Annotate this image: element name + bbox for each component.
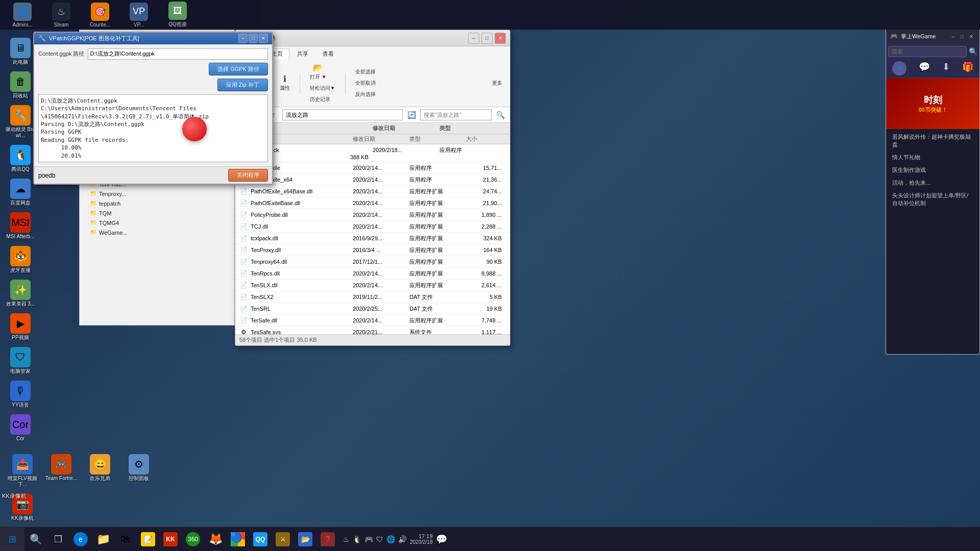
top-app-vp[interactable]: VP VP... (120, 0, 157, 30)
file-row-tenslxdll[interactable]: 📄TenSLX.dll 2020/2/14... 应用程序扩展 2,614 ..… (235, 280, 510, 291)
taskbar-qqbrowser[interactable]: QQ (249, 528, 272, 550)
desktop-icon-yyyuyin[interactable]: 🎙 YY语音 (2, 379, 39, 410)
tree-item-tenproxy[interactable]: 📁 Tenproxy... (80, 189, 234, 198)
desktop-icon-msi[interactable]: MSI MSI Afterb... (2, 210, 39, 242)
game-item-5[interactable]: 头头设计师计划迎望上单/野区/自动补位机制 (888, 190, 977, 209)
top-app-steam[interactable]: ♨ Steam (43, 0, 80, 30)
tree-item-teppatch[interactable]: 📁 teppatch (80, 198, 234, 208)
file-row-tenrpcsdll[interactable]: 📄TenRpcs.dll 2020/2/14... 应用程序扩展 8,988 .… (235, 268, 510, 280)
vpatch-close-button[interactable]: ✕ (259, 34, 268, 43)
taskbar-filemanager[interactable]: 📂 (294, 528, 316, 550)
vpatch-minimize-button[interactable]: – (238, 34, 248, 43)
taskbar-edge[interactable]: e (69, 528, 92, 550)
path-input[interactable] (88, 48, 268, 60)
taskbar-firefox[interactable]: 🦊 (204, 528, 227, 550)
file-row-pathofexile[interactable]: ⚡PathOfExile 2020/2/14... 应用程序 15,71... (235, 162, 510, 174)
wegame-nav-download[interactable]: ⬇ (942, 61, 950, 76)
file-row-tensrl[interactable]: 📄TenSRL 2020/2/25... DAT 文件 19 KB (235, 303, 510, 315)
file-list-body[interactable]: 修改日期 类型 大小 🔧PackCheck 2020/2/18... 应用程序 … (235, 134, 510, 334)
col-type[interactable]: 类型 (439, 124, 506, 132)
wegame-close-button[interactable]: ✕ (967, 32, 975, 40)
vpatch-maximize-button[interactable]: □ (249, 34, 258, 43)
vpatch-titlebar[interactable]: 🔧 VPatchGGPK[POE 图形化补丁工具] – □ ✕ (34, 33, 272, 44)
address-input[interactable] (282, 109, 403, 120)
notification-button[interactable]: 💬 (436, 534, 447, 545)
minimize-button[interactable]: – (468, 33, 479, 44)
taskbar-search[interactable]: 🔍 (24, 528, 47, 550)
bottom-icon-controlpanel[interactable]: ⚙ 控制面板 (120, 452, 157, 490)
file-row-packcheck[interactable]: 🔧PackCheck 2020/2/18... 应用程序 388 KB (235, 144, 510, 162)
game-item-1[interactable]: 若风解说外传：超神卡腾究极颠盘 (888, 131, 977, 151)
game-item-3[interactable]: 医生制作游戏 (888, 164, 977, 176)
file-row-policyprobe[interactable]: 📄PolicyProbe.dll 2020/2/14... 应用程序扩展 1,8… (235, 209, 510, 221)
wegame-minimize-button[interactable]: – (949, 32, 957, 40)
select-ggpk-button[interactable]: 选择 GGPK 路径 (209, 63, 268, 76)
invert-select-button[interactable]: 反向选择 (352, 89, 379, 99)
top-app-qqpic[interactable]: 🖼 QQ图册 (159, 0, 196, 30)
file-explorer-titlebar[interactable]: 📁 流放之路 – □ ✕ (235, 30, 510, 46)
file-row-pathofexilebasedll[interactable]: 📄PathOfExileBase.dll 2020/2/14... 应用程序扩展… (235, 197, 510, 209)
close-program-button[interactable]: 关闭程序 (228, 169, 268, 182)
select-none-button[interactable]: 全部取消 (352, 78, 379, 88)
taskbar-360[interactable]: 360 (182, 528, 204, 550)
bottom-icon-weicai[interactable]: 📥 维棠FLV视频下... (4, 452, 41, 490)
taskbar-explorer[interactable]: 📁 (92, 528, 114, 550)
properties-button[interactable]: ℹ 属性 (276, 72, 293, 93)
refresh-button[interactable]: 🔄 (406, 109, 417, 120)
wegame-nav-avatar[interactable]: 👤 (892, 61, 906, 76)
file-row-tcjdll[interactable]: 📄TCJ.dll 2020/2/14... 应用程序扩展 2,288 ... (235, 221, 510, 233)
tree-item-wegame[interactable]: 📁 WeGame... (80, 228, 234, 237)
more-button[interactable]: 更多 (488, 78, 506, 88)
wegame-search-icon[interactable]: 🔍 (969, 47, 977, 56)
wegame-search-input[interactable] (888, 46, 967, 57)
maximize-button[interactable]: □ (481, 33, 493, 44)
wegame-tray-icon[interactable]: 🎮 (364, 535, 373, 543)
close-button[interactable]: ✕ (495, 33, 506, 44)
apply-zip-button[interactable]: 应用 Zip 补丁 (217, 79, 268, 91)
ribbon-tab-view[interactable]: 查看 (316, 48, 340, 59)
taskbar-taskview[interactable]: ❐ (47, 528, 69, 550)
search-button[interactable]: 🔍 (495, 109, 506, 120)
game-banner[interactable]: 时刻 00币突破！ (886, 78, 979, 129)
file-row-tenproxy64dll[interactable]: 📄Tenproxy64.dll 2017/12/1... 应用程序扩展 90 K… (235, 256, 510, 268)
wegame-nav-chat[interactable]: 💬 (919, 61, 930, 76)
bottom-icon-teamfortress[interactable]: 🎮 Team Fortre... (43, 452, 80, 490)
steam-tray-icon[interactable]: ♨ (343, 535, 350, 543)
file-row-tersafedll[interactable]: 📄TerSafe.dll 2020/2/14... 应用程序扩展 7,748 .… (235, 315, 510, 327)
ribbon-tab-share[interactable]: 共享 (290, 48, 315, 59)
tree-item-tqmg4[interactable]: 📁 TQMG4 (80, 218, 234, 228)
clock[interactable]: 17:19 2020/2/18 (410, 533, 433, 545)
file-row-tcxlpack[interactable]: 📄tcxlpack.dll 2016/9/29... 应用程序扩展 324 KB (235, 233, 510, 244)
volume-tray-icon[interactable]: 🔊 (398, 535, 407, 543)
taskbar-store[interactable]: 🛍 (114, 528, 137, 550)
select-all-button[interactable]: 全部选择 (352, 67, 379, 77)
desktop-icon-huya[interactable]: 🐯 虎牙直播 (2, 244, 39, 276)
qq-tray-icon[interactable]: 🐧 (353, 535, 361, 543)
file-row-tessafesys[interactable]: ⚙TesSafe.sys 2020/2/21... 系统文件 1,117 ... (235, 327, 510, 334)
taskbar-unknown[interactable]: ❓ (316, 528, 339, 550)
open-button[interactable]: 📂 打开 ▼ (306, 61, 330, 82)
desktop-icon-cor[interactable]: Cor Cor (2, 412, 39, 444)
file-row-pathofexile64[interactable]: ⚡PathOfExile_x64 2020/2/14... 应用程序 21,36… (235, 174, 510, 186)
start-button[interactable]: ⊞ (0, 527, 24, 552)
taskbar-chrome[interactable]: 🔵 (227, 528, 249, 550)
edit-button[interactable]: 轻松访问▼ (306, 83, 339, 93)
shield-tray-icon[interactable]: 🛡 (376, 535, 383, 543)
desktop-icon-diannaoguan[interactable]: 🛡 电脑管家 (2, 345, 39, 377)
wegame-nav-gift[interactable]: 🎁 (962, 61, 973, 76)
taskbar-lolbrowser[interactable]: ⚔ (272, 528, 294, 550)
network-tray-icon[interactable]: 🌐 (386, 535, 395, 543)
file-row-pathofexilebase64dll[interactable]: 📄PathOfExile_x64Base.dll 2020/2/14... 应用… (235, 186, 510, 197)
top-app-admin[interactable]: 👤 Admini... (4, 0, 41, 30)
tree-item-tqm[interactable]: 📁 TQM (80, 208, 234, 218)
file-row-tenproxydll[interactable]: 📄TenProxy.dll 2016/3/4 ... 应用程序扩展 164 KB (235, 244, 510, 256)
taskbar-notes[interactable]: 📝 (137, 528, 159, 550)
file-row-tenslx2[interactable]: 📄TenSLX2 2019/11/2... DAT 文件 5 KB (235, 291, 510, 303)
game-item-2[interactable]: 情人节礼物 (888, 152, 977, 163)
bottom-icon-huanle[interactable]: 😄 欢乐兄弟 (82, 452, 118, 490)
wegame-titlebar[interactable]: 🎮 掌上WeGame – □ ✕ (886, 29, 979, 44)
game-item-4[interactable]: 活动，抢先来... (888, 177, 977, 189)
desktop-icon-ppvideo[interactable]: ▶ PP视频 (2, 311, 39, 343)
history-button[interactable]: 历史记录 (306, 94, 334, 105)
desktop-icon-meirong[interactable]: ✨ 效果美容 3... (2, 278, 39, 309)
